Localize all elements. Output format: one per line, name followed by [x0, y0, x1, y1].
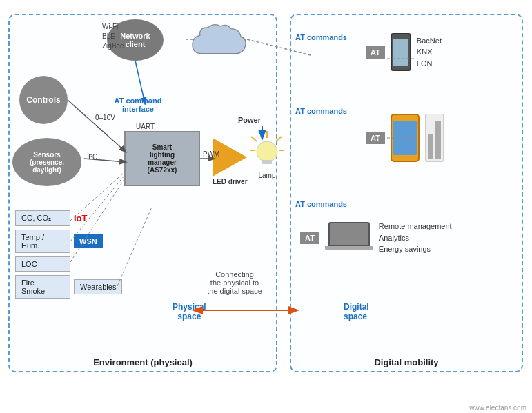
at-command-interface-label: AT command interface	[107, 97, 169, 113]
environment-label: Environment (physical)	[93, 357, 193, 367]
v-range-label: 0–10V	[95, 114, 115, 121]
at-commands-label-2: AT commands	[295, 107, 347, 115]
temp-box: Temp./Hum.	[15, 230, 70, 253]
controls-circle: Controls	[19, 76, 68, 124]
pwm-label: PWM	[203, 150, 219, 158]
watermark: www.elecfans.com	[469, 404, 526, 412]
device-row-1: AT BacNet KNX LON	[366, 33, 442, 71]
svg-line-2	[251, 137, 257, 141]
iot-row-3: LOC	[15, 256, 153, 272]
at-row-3: AT commands	[295, 200, 347, 208]
i2c-label: I²C	[88, 153, 97, 161]
co-box: CO, CO₂	[15, 210, 70, 226]
digital-mobility-label: Digital mobility	[374, 357, 438, 367]
wsn-box: WSN	[74, 234, 103, 248]
wifi-ble-zigbee-labels: Wi-Fi BLE ZigBee	[102, 22, 124, 51]
led-driver: LED driver	[213, 138, 248, 185]
at-row-2: AT commands	[295, 107, 347, 115]
at-row-1: AT commands	[295, 33, 347, 41]
iot-row-4: FireSmoke Wearables	[15, 275, 153, 299]
at-commands-label-1: AT commands	[295, 33, 347, 41]
svg-point-5	[257, 141, 277, 162]
phone-screen	[393, 121, 417, 155]
sensors-circle: Sensors(presence,daylight)	[12, 138, 81, 186]
cloud-icon	[186, 21, 248, 62]
iot-label: IoT	[74, 213, 88, 223]
slider-graphic	[425, 114, 444, 162]
fire-smoke-box: FireSmoke	[15, 275, 70, 299]
small-phone-screen-1	[393, 39, 408, 66]
at-badge-3: AT	[300, 232, 319, 244]
phone-device	[391, 114, 420, 162]
wearables-box: Wearables	[74, 279, 122, 294]
lamp: Lamp	[250, 131, 284, 179]
laptop-screen	[328, 222, 370, 246]
connect-label: Connectingthe physical tothe digital spa…	[183, 270, 286, 295]
device-row-3: AT Remote management Analytics Energy sa…	[300, 221, 452, 255]
physical-space-label: Physicalspace	[173, 302, 206, 321]
power-label: Power	[238, 116, 261, 124]
protocol-labels-2: Remote management Analytics Energy savin…	[379, 221, 452, 255]
loc-box: LOC	[15, 256, 70, 272]
svg-line-1	[276, 137, 282, 141]
smart-lighting-manager: Smartlightingmanager(AS72xx)	[124, 131, 200, 186]
svg-rect-6	[262, 160, 272, 164]
protocol-labels-1: BacNet KNX LON	[417, 35, 442, 70]
device-row-2: AT	[366, 114, 444, 162]
iot-row-1: CO, CO₂ IoT	[15, 210, 153, 226]
iot-row-2: Temp./Hum. WSN	[15, 230, 153, 253]
uart-label: UART	[136, 123, 155, 130]
at-badge-2: AT	[366, 132, 385, 144]
small-phone-1	[391, 33, 411, 71]
at-badge-1: AT	[366, 46, 385, 59]
laptop-base	[325, 246, 373, 250]
laptop	[325, 222, 373, 253]
iot-section: CO, CO₂ IoT Temp./Hum. WSN LOC FireSmoke…	[15, 210, 153, 302]
physical-area: Environment (physical)	[8, 14, 277, 372]
at-commands-label-3: AT commands	[295, 200, 347, 208]
digital-space-label: Digitalspace	[344, 302, 369, 321]
